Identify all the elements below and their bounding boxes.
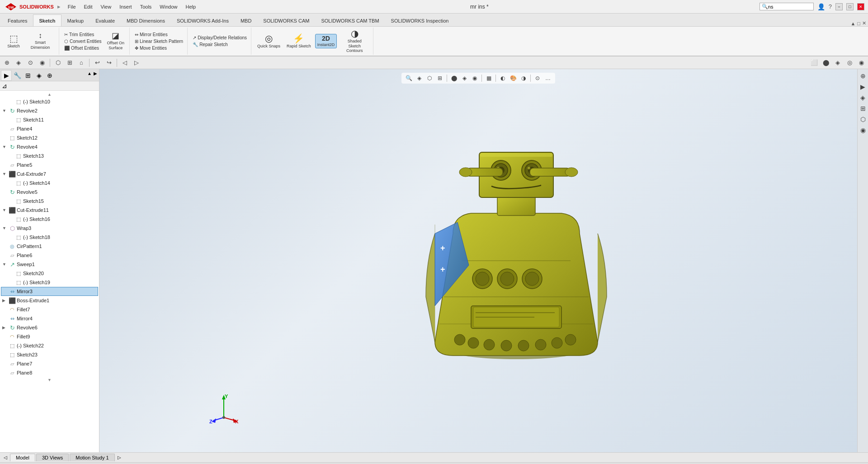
tree-item-sketch18[interactable]: ⬚ (-) Sketch18 bbox=[1, 233, 98, 242]
tb-point-btn[interactable]: ◉ bbox=[37, 58, 47, 68]
repair-sketch-button[interactable]: 🔧 Repair Sketch bbox=[191, 42, 248, 47]
tree-item-sketch23[interactable]: ⬚ Sketch23 bbox=[1, 350, 98, 359]
tb-view2-btn[interactable]: ⬤ bbox=[821, 58, 831, 68]
tb-hex-btn[interactable]: ⬡ bbox=[53, 58, 63, 68]
linear-sketch-button[interactable]: ⊞ Linear Sketch Pattern bbox=[133, 38, 184, 44]
minimize-btn[interactable]: − bbox=[835, 3, 843, 10]
offset-surface-button[interactable]: ◪ Offset OnSurface bbox=[105, 30, 127, 52]
viewport[interactable]: 🔍 ◈ ⬡ ⊞ ⬤ ◈ ◉ ▦ ◐ 🎨 ◑ ⊙ … bbox=[99, 69, 857, 452]
trim-entities-button[interactable]: ✂ Trim Entities bbox=[63, 32, 103, 37]
tree-item-sketch22[interactable]: ⬚ (-) Sketch22 bbox=[1, 341, 98, 350]
tree-item-plane5[interactable]: ▱ Plane5 bbox=[1, 160, 98, 169]
search-input[interactable] bbox=[768, 4, 804, 9]
tb-undo-btn[interactable]: ↩ bbox=[92, 58, 102, 68]
tb-view1-btn[interactable]: ⬜ bbox=[809, 58, 819, 68]
restore-btn[interactable]: □ bbox=[846, 3, 854, 10]
vt-hide-btn[interactable]: ⊞ bbox=[435, 74, 444, 83]
quick-snaps-button[interactable]: ◎ Quick Snaps bbox=[255, 33, 283, 50]
tb-filter-btn[interactable]: ⊕ bbox=[2, 58, 12, 68]
tb-circle-btn[interactable]: ⊙ bbox=[25, 58, 35, 68]
tab-sw-inspection[interactable]: SOLIDWORKS Inspection bbox=[385, 14, 455, 26]
bottom-nav-right[interactable]: ▷ bbox=[116, 455, 123, 460]
mirror-entities-button[interactable]: ⇔ Mirror Entities bbox=[133, 32, 184, 37]
tab-motion-study[interactable]: Motion Study 1 bbox=[70, 454, 114, 461]
tb-home-btn[interactable]: ⌂ bbox=[76, 58, 86, 68]
vt-view-btn[interactable]: ◈ bbox=[460, 74, 469, 83]
vt-section-btn[interactable]: ⬤ bbox=[449, 74, 458, 83]
tree-item-sketch20[interactable]: ⬚ Sketch20 bbox=[1, 269, 98, 278]
tree-item-fillet7[interactable]: ◠ Fillet7 bbox=[1, 305, 98, 314]
tb-grid-btn[interactable]: ⊞ bbox=[65, 58, 75, 68]
tab-3d-views[interactable]: 3D Views bbox=[36, 454, 69, 461]
tree-item-boss-extrude1[interactable]: ▶ ⬛ Boss-Extrude1 bbox=[1, 296, 98, 305]
filter-icon[interactable]: ⊿ bbox=[2, 82, 7, 89]
tree-item-cirpattern1[interactable]: ◎ CirPattern1 bbox=[1, 242, 98, 251]
move-entities-button[interactable]: ✥ Move Entities bbox=[133, 45, 184, 51]
search-box[interactable]: 🔍 bbox=[760, 3, 814, 10]
rapid-sketch-button[interactable]: ⚡ Rapid Sketch bbox=[284, 33, 313, 50]
tab-model[interactable]: Model bbox=[10, 454, 35, 461]
tab-evaluate[interactable]: Evaluate bbox=[90, 14, 121, 26]
panel-tab-tree[interactable]: ▶ bbox=[1, 70, 12, 81]
tree-item-revolve5[interactable]: ↻ Revolve5 bbox=[1, 187, 98, 197]
menu-window[interactable]: Window bbox=[156, 3, 181, 10]
tree-scroll-up[interactable]: ▲ bbox=[1, 92, 98, 97]
tb-fwd-btn[interactable]: ▷ bbox=[132, 58, 142, 68]
tree-item-cut-extrude11[interactable]: ▼ ⬛ Cut-Extrude11 bbox=[1, 206, 98, 215]
close-btn[interactable]: ✕ bbox=[857, 3, 864, 10]
tree-item-revolve6[interactable]: ▶ ↻ Revolve6 bbox=[1, 323, 98, 332]
shaded-sketch-button[interactable]: ◑ Shaded SketchContours bbox=[339, 28, 370, 55]
tb-view3-btn[interactable]: ◈ bbox=[833, 58, 843, 68]
offset-entities-button[interactable]: ⬛ Offset Entities bbox=[63, 45, 103, 51]
bottom-nav-left[interactable]: ◁ bbox=[2, 455, 9, 460]
tab-sw-addins[interactable]: SOLIDWORKS Add-Ins bbox=[171, 14, 235, 26]
vt-scene-btn[interactable]: ◑ bbox=[519, 74, 528, 83]
tree-item-fillet9[interactable]: ◠ Fillet9 bbox=[1, 332, 98, 341]
instant2d-button[interactable]: 2D Instant2D bbox=[315, 34, 337, 49]
panel-tab-config[interactable]: ⊞ bbox=[23, 70, 33, 81]
tree-item-plane7[interactable]: ▱ Plane7 bbox=[1, 359, 98, 368]
vt-more-btn[interactable]: ◉ bbox=[470, 74, 479, 83]
tab-sketch[interactable]: Sketch bbox=[33, 14, 61, 26]
tree-item-revolve4[interactable]: ▼ ↻ Revolve4 bbox=[1, 142, 98, 151]
vt-3d-btn[interactable]: ⬡ bbox=[425, 74, 434, 83]
vt-color-btn[interactable]: 🎨 bbox=[509, 74, 518, 83]
menu-file[interactable]: File bbox=[64, 3, 80, 10]
tb-back-btn[interactable]: ◁ bbox=[120, 58, 130, 68]
tree-item-plane6[interactable]: ▱ Plane6 bbox=[1, 251, 98, 260]
vt-search-btn[interactable]: 🔍 bbox=[404, 74, 413, 83]
tree-item-sketch16[interactable]: ⬚ (-) Sketch16 bbox=[1, 215, 98, 224]
tb-select-btn[interactable]: ◈ bbox=[14, 58, 24, 68]
tab-sw-cam-tbm[interactable]: SOLIDWORKS CAM TBM bbox=[315, 14, 385, 26]
tab-markup[interactable]: Markup bbox=[61, 14, 90, 26]
tree-item-sketch15[interactable]: ⬚ Sketch15 bbox=[1, 197, 98, 206]
tab-mbd-dimensions[interactable]: MBD Dimensions bbox=[121, 14, 171, 26]
tree-item-sketch19[interactable]: ⬚ (-) Sketch19 bbox=[1, 278, 98, 287]
tree-item-mirror3[interactable]: ⇔ Mirror3 bbox=[1, 287, 98, 296]
vt-lights-btn[interactable]: ◐ bbox=[498, 74, 507, 83]
vt-grid-btn[interactable]: ▦ bbox=[484, 74, 493, 83]
panel-scroll-up[interactable]: ▲ bbox=[86, 70, 93, 81]
tree-scroll-down[interactable]: ▼ bbox=[1, 377, 98, 383]
ribbon-minimize-icon[interactable]: ▲ bbox=[850, 21, 855, 26]
tab-sw-cam[interactable]: SOLIDWORKS CAM bbox=[257, 14, 315, 26]
tree-item-cut-extrude7[interactable]: ▼ ⬛ Cut-Extrude7 bbox=[1, 169, 98, 178]
menu-insert[interactable]: Insert bbox=[116, 3, 136, 10]
tree-item-sketch13[interactable]: ⬚ Sketch13 bbox=[1, 151, 98, 160]
tree-item-sketch10[interactable]: ⬚ (-) Sketch10 bbox=[1, 97, 98, 106]
tree-item-sketch11[interactable]: ⬚ Sketch11 bbox=[1, 115, 98, 124]
tb-view4-btn[interactable]: ◎ bbox=[844, 58, 854, 68]
tree-item-sketch12[interactable]: ⬚ Sketch12 bbox=[1, 133, 98, 142]
display-relations-button[interactable]: ↗ Display/Delete Relations bbox=[191, 35, 248, 41]
menu-help[interactable]: Help bbox=[182, 3, 199, 10]
tree-item-mirror4[interactable]: ⇔ Mirror4 bbox=[1, 314, 98, 323]
panel-chevron[interactable]: ▶ bbox=[93, 70, 98, 81]
vt-more2-btn[interactable]: … bbox=[543, 74, 552, 83]
vt-orient-btn[interactable]: ◈ bbox=[415, 74, 424, 83]
tab-features[interactable]: Features bbox=[2, 14, 33, 26]
menu-view[interactable]: View bbox=[97, 3, 115, 10]
tree-item-sweep1[interactable]: ▼ ↗ Sweep1 bbox=[1, 260, 98, 269]
panel-tab-display[interactable]: ◈ bbox=[33, 70, 44, 81]
tree-item-plane8[interactable]: ▱ Plane8 bbox=[1, 368, 98, 377]
smart-dimension-button[interactable]: ↕ Smart Dimension bbox=[24, 31, 56, 52]
